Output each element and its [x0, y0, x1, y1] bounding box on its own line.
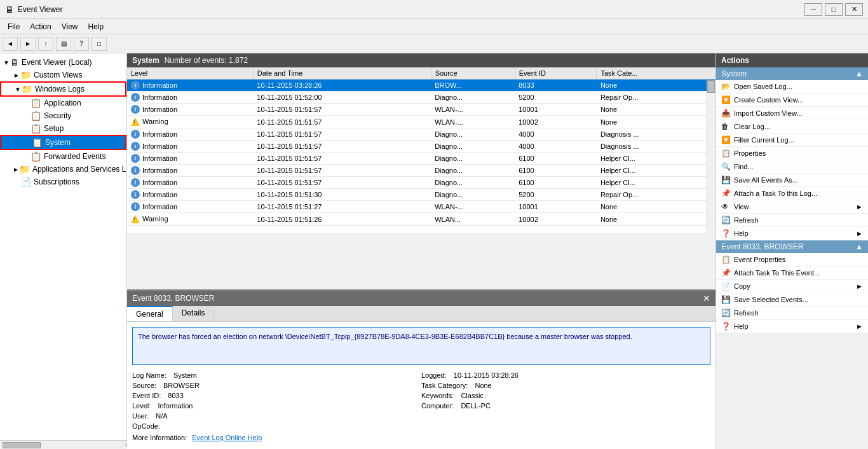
computer-value: DELL-PC	[461, 401, 490, 411]
action-event-properties[interactable]: 📋 Event Properties	[716, 253, 868, 266]
action-open-saved-log[interactable]: 📂 Open Saved Log...	[716, 80, 868, 93]
action-create-custom-view[interactable]: 🔽 Create Custom View...	[716, 93, 868, 107]
tree-item-setup[interactable]: ► 📋 Setup	[0, 122, 126, 135]
table-row[interactable]: !Warning10-11-2015 01:51:57WLAN-...10002…	[127, 116, 715, 128]
cell-source: Diagno...	[431, 153, 515, 165]
action-refresh-event[interactable]: 🔄 Refresh	[716, 307, 868, 320]
keywords-value: Classic	[461, 390, 483, 401]
open-log-icon: 📂	[721, 82, 731, 91]
event-table-container[interactable]: Level Date and Time Source Event ID Task…	[127, 67, 715, 233]
cell-date: 10-11-2015 01:51:57	[253, 104, 431, 116]
action-save-all-events[interactable]: 💾 Save All Events As...	[716, 174, 868, 187]
tree-scrollbar-h[interactable]: ›	[0, 440, 127, 449]
back-button[interactable]: ◄	[3, 37, 18, 51]
help-toolbar-button[interactable]: ?	[74, 37, 89, 51]
detail-title: Event 8033, BROWSER	[132, 294, 214, 303]
table-row[interactable]: iInformation10-11-2015 01:51:57WLAN-...1…	[127, 104, 715, 116]
level-text: Information	[142, 130, 177, 138]
cell-taskcategory: Diagnosis ...	[597, 128, 715, 141]
tab-details[interactable]: Details	[173, 306, 215, 321]
system-section-header[interactable]: System ▲	[716, 67, 868, 80]
action-open-saved-log-label: Open Saved Log...	[734, 83, 792, 90]
tree-item-windows-logs[interactable]: ▼ 📁 Windows Logs	[0, 81, 126, 97]
table-row[interactable]: iInformation10-11-2015 01:51:57Diagno...…	[127, 177, 715, 189]
tree-item-apps-services[interactable]: ► 📁 Applications and Services Lo...	[0, 163, 126, 176]
table-scrollbar-v[interactable]	[707, 80, 715, 233]
tree-item-system[interactable]: ► 📋 System	[0, 135, 126, 150]
table-row[interactable]: iInformation10-11-2015 01:52:00Diagno...…	[127, 92, 715, 104]
cell-taskcategory: Helper Cl...	[597, 153, 715, 165]
tree-item-event-viewer[interactable]: ▼ 🖥 Event Viewer (Local)	[0, 56, 126, 69]
tree-item-custom-views[interactable]: ► 📁 Custom Views	[0, 69, 126, 81]
view-arrow-icon: ►	[856, 203, 863, 211]
table-row[interactable]: iInformation10-11-2015 01:51:57Diagno...…	[127, 165, 715, 177]
event-table-body: iInformation10-11-2015 03:28:26BROW...80…	[127, 79, 715, 226]
action-refresh-system-label: Refresh	[734, 216, 759, 224]
info-icon: i	[131, 190, 140, 199]
up-button[interactable]: ↑	[38, 37, 53, 51]
table-row[interactable]: iInformation10-11-2015 01:51:57Diagno...…	[127, 128, 715, 141]
maximize-button[interactable]: □	[825, 3, 843, 16]
tab-general[interactable]: General	[127, 306, 173, 321]
action-clear-log[interactable]: 🗑 Clear Log...	[716, 120, 868, 134]
help-event-arrow-icon: ►	[856, 322, 863, 330]
cell-source: Diagno...	[431, 189, 515, 201]
action-help-system[interactable]: ❓ Help ►	[716, 227, 868, 240]
table-row[interactable]: iInformation10-11-2015 01:51:57Diagno...…	[127, 153, 715, 165]
cell-eventid: 10002	[515, 213, 597, 226]
cell-level: !Warning	[127, 213, 253, 226]
cell-date: 10-11-2015 01:51:57	[253, 128, 431, 141]
action-copy[interactable]: 📄 Copy ►	[716, 280, 868, 293]
col-source[interactable]: Source	[431, 67, 515, 79]
event-log-online-help-link[interactable]: Event Log Online Help	[192, 434, 262, 441]
source-label: Source:	[132, 380, 161, 390]
action-help-event[interactable]: ❓ Help ►	[716, 320, 868, 333]
col-taskcate[interactable]: Task Cate...	[597, 67, 715, 79]
table-row[interactable]: !Warning10-11-2015 01:51:26WLAN...10002N…	[127, 213, 715, 226]
tree-label-event-viewer: Event Viewer (Local)	[22, 58, 92, 67]
table-row[interactable]: iInformation10-11-2015 01:51:30Diagno...…	[127, 189, 715, 201]
cell-eventid: 5200	[515, 92, 597, 104]
action-properties[interactable]: 📋 Properties	[716, 147, 868, 160]
computer-label: Computer:	[421, 401, 459, 411]
cell-eventid: 4000	[515, 141, 597, 153]
logged-value: 10-11-2015 03:28:26	[454, 370, 519, 380]
menu-file[interactable]: File	[3, 21, 25, 32]
tree-item-subscriptions[interactable]: ► 📄 Subscriptions	[0, 176, 126, 188]
tree-label-security: Security	[44, 111, 71, 120]
menu-help[interactable]: Help	[83, 21, 109, 32]
event-section-header[interactable]: Event 8033, BROWSER ▲	[716, 240, 868, 253]
action-save-selected-events[interactable]: 💾 Save Selected Events...	[716, 293, 868, 307]
action-attach-task-event[interactable]: 📌 Attach Task To This Event...	[716, 266, 868, 280]
detail-close-button[interactable]: ✕	[703, 293, 710, 303]
close-button[interactable]: ✕	[845, 3, 863, 16]
table-row[interactable]: iInformation10-11-2015 01:51:27WLAN-...1…	[127, 201, 715, 213]
show-hide-button[interactable]: ▤	[56, 37, 71, 51]
windows-logs-icon: 📁	[22, 84, 32, 94]
col-eventid[interactable]: Event ID	[515, 67, 597, 79]
log-icon-forwarded: 📋	[31, 151, 41, 162]
col-level[interactable]: Level	[127, 67, 253, 79]
action-attach-task-log[interactable]: 📌 Attach a Task To this Log...	[716, 187, 868, 200]
info-icon: i	[131, 130, 140, 139]
scrollbar-thumb-h	[3, 442, 41, 448]
col-date[interactable]: Date and Time	[253, 67, 431, 79]
table-row[interactable]: iInformation10-11-2015 03:28:26BROW...80…	[127, 79, 715, 92]
menu-view[interactable]: View	[57, 21, 83, 32]
table-row[interactable]: iInformation10-11-2015 01:51:57Diagno...…	[127, 141, 715, 153]
action-import-custom-view[interactable]: 📥 Import Custom View...	[716, 107, 868, 120]
action-view[interactable]: 👁 View ►	[716, 200, 868, 214]
action-filter-log[interactable]: 🔽 Filter Current Log...	[716, 134, 868, 147]
tree-label-custom-views: Custom Views	[34, 71, 82, 79]
extra-button[interactable]: □	[92, 37, 107, 51]
view-icon: 👁	[721, 202, 729, 211]
action-find[interactable]: 🔍 Find...	[716, 160, 868, 174]
minimize-button[interactable]: ─	[804, 3, 822, 16]
action-refresh-system[interactable]: 🔄 Refresh	[716, 214, 868, 227]
log-icon-system: 📋	[32, 137, 43, 148]
tree-item-security[interactable]: ► 📋 Security	[0, 109, 126, 122]
tree-item-forwarded-events[interactable]: ► 📋 Forwarded Events	[0, 150, 126, 163]
menu-action[interactable]: Action	[25, 21, 56, 32]
tree-item-application[interactable]: ► 📋 Application	[0, 97, 126, 109]
forward-button[interactable]: ►	[20, 37, 36, 51]
